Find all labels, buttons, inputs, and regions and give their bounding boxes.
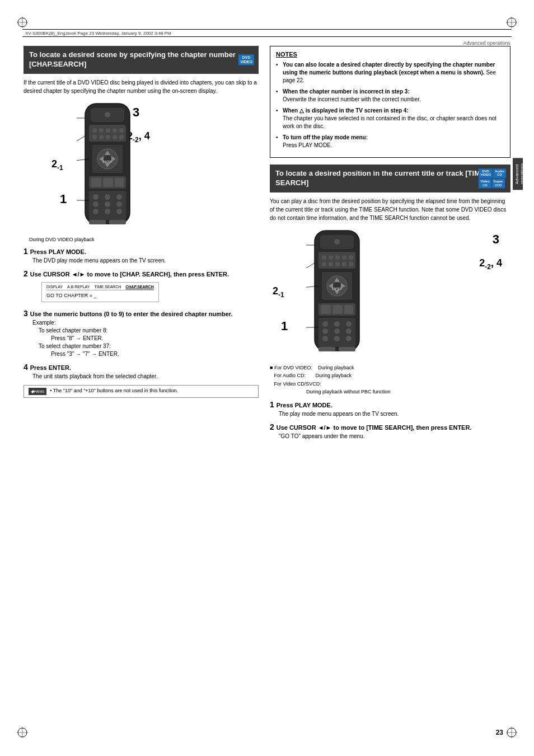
notes-box: NOTES You can also locate a desired chap… xyxy=(270,46,510,158)
svg-point-14 xyxy=(105,112,110,118)
svg-point-45 xyxy=(105,209,110,214)
svg-point-66 xyxy=(342,262,346,266)
right-playback-modes: ■ For DVD VIDEO: During playback For Aud… xyxy=(270,364,510,396)
dvd-control-box: DISPLAY A.B REPLAY TIME SEARCH CHAP.SEAR… xyxy=(41,282,159,302)
left-step2-1-label: 2-1 xyxy=(51,158,63,172)
svg-point-17 xyxy=(99,128,104,133)
right-section-header: To locate a desired position in the curr… xyxy=(270,165,510,192)
left-step1: 1 Press PLAY MODE. The DVD play mode men… xyxy=(24,247,259,265)
svg-point-42 xyxy=(105,201,110,207)
left-step4: 4 Press ENTER. The unit starts playback … xyxy=(24,363,259,381)
dvd-control-content: GO TO CHAPTER = _ xyxy=(46,292,154,299)
svg-point-18 xyxy=(106,128,110,133)
corner-tl xyxy=(17,17,28,29)
svg-point-85 xyxy=(346,328,352,334)
svg-line-94 xyxy=(306,263,315,271)
badge-audio: AudioCD xyxy=(493,168,506,178)
svg-point-25 xyxy=(119,135,124,139)
right-column: NOTES You can also locate a desired chap… xyxy=(270,46,510,445)
note-2: When the chapter number is incorrect in … xyxy=(276,88,504,104)
right-section-title: To locate a desired position in the curr… xyxy=(275,169,485,187)
right-step3-label: 3 xyxy=(493,232,499,247)
hints-icon: ◆Hints xyxy=(29,388,46,395)
left-step3-sub: Example: To select chapter number 8: Pre… xyxy=(32,319,259,358)
badge-dvd: DVDVIDEO xyxy=(479,168,493,178)
corner-tr xyxy=(506,17,517,29)
two-column-layout: To locate a desired scene by specifying … xyxy=(24,46,510,445)
notes-title: NOTES xyxy=(276,51,504,58)
right-remote-area: 3 2-2, 4 2-1 1 xyxy=(270,227,510,361)
dvd-control-header: DISPLAY A.B REPLAY TIME SEARCH CHAP.SEAR… xyxy=(46,285,154,290)
right-steps: 1 Press PLAY MODE. The play mode menu ap… xyxy=(270,400,510,440)
note-3: When △ is displayed in the TV screen in … xyxy=(276,107,504,130)
svg-rect-89 xyxy=(318,347,335,351)
svg-rect-76 xyxy=(321,305,331,314)
svg-point-39 xyxy=(105,194,110,200)
left-remote-svg: ENTER xyxy=(77,102,138,229)
svg-point-63 xyxy=(322,262,326,266)
right-intro: You can play a disc from the desired pos… xyxy=(270,197,510,222)
svg-point-64 xyxy=(329,262,333,266)
note-4: To turn off the play mode menu: Press PL… xyxy=(276,134,504,149)
svg-rect-35 xyxy=(103,178,113,187)
corner-br xyxy=(506,727,517,739)
svg-point-21 xyxy=(92,135,97,139)
left-step2: 2 Use CURSOR ◄/► to move to [CHAP. SEARC… xyxy=(24,269,259,304)
svg-point-16 xyxy=(92,128,97,133)
header-bar: XV-S300BK(B)_Eng.book Page 23 Wednesday,… xyxy=(22,29,512,37)
svg-point-41 xyxy=(93,201,99,207)
svg-text:ENTER: ENTER xyxy=(103,160,113,163)
right-step2-1-label: 2-1 xyxy=(273,285,284,299)
dvd-video-badge: DVD VIDEO xyxy=(238,54,254,65)
svg-rect-90 xyxy=(339,347,355,351)
svg-point-61 xyxy=(342,255,346,260)
svg-point-81 xyxy=(334,321,340,327)
badge-svcd: SuperVCD xyxy=(492,179,505,188)
svg-point-60 xyxy=(335,255,340,260)
svg-point-62 xyxy=(349,255,353,260)
svg-point-19 xyxy=(113,128,117,133)
svg-rect-48 xyxy=(109,220,126,224)
right-step2: 2 Use CURSOR ◄/► to move to [TIME SEARCH… xyxy=(270,422,510,440)
left-intro: If the current title of a DVD VIDEO disc… xyxy=(24,78,259,95)
svg-point-23 xyxy=(106,135,110,139)
svg-point-65 xyxy=(335,262,340,266)
svg-point-22 xyxy=(99,135,104,139)
svg-point-82 xyxy=(346,321,352,327)
side-tab: Advancedoperations xyxy=(513,158,523,190)
svg-point-56 xyxy=(334,239,340,245)
right-badges: DVDVIDEO AudioCD VideoCD SuperVCD xyxy=(479,168,506,188)
svg-point-46 xyxy=(116,209,122,214)
badge-video: VideoCD xyxy=(479,179,491,188)
svg-point-43 xyxy=(116,201,122,207)
svg-rect-34 xyxy=(91,178,101,187)
page-number: 23 xyxy=(496,729,503,736)
right-step1-label: 1 xyxy=(281,319,288,334)
svg-point-38 xyxy=(93,194,99,200)
left-column: To locate a desired scene by specifying … xyxy=(24,46,259,445)
svg-rect-47 xyxy=(89,220,106,224)
left-step3: 3 Use the numeric buttons (0 to 9) to en… xyxy=(24,309,259,358)
main-content: To locate a desired scene by specifying … xyxy=(24,46,510,445)
svg-point-59 xyxy=(329,255,333,260)
hints-text: • The "10" and "+10" buttons are not use… xyxy=(50,388,178,393)
left-playback-note: During DVD VIDEO playback xyxy=(29,237,259,242)
hints-box: ◆Hints • The "10" and "+10" buttons are … xyxy=(24,385,259,398)
section-right-label: Advanced operations xyxy=(463,40,510,46)
svg-point-40 xyxy=(116,194,122,200)
svg-text:ENTER: ENTER xyxy=(332,287,342,290)
svg-point-44 xyxy=(93,209,99,214)
svg-point-86 xyxy=(322,336,328,341)
header-text: XV-S300BK(B)_Eng.book Page 23 Wednesday,… xyxy=(25,31,171,36)
svg-point-20 xyxy=(119,128,124,133)
left-step1-label: 1 xyxy=(60,192,67,206)
svg-point-24 xyxy=(113,135,117,139)
svg-point-83 xyxy=(322,328,328,334)
left-remote-area: 3 2-2, 4 2-1 1 xyxy=(24,100,259,234)
svg-point-80 xyxy=(322,321,328,327)
svg-line-51 xyxy=(77,136,85,144)
svg-point-58 xyxy=(322,255,326,260)
svg-point-67 xyxy=(349,262,353,266)
corner-bl xyxy=(17,727,28,739)
note-1: You can also locate a desired chapter di… xyxy=(276,61,504,84)
